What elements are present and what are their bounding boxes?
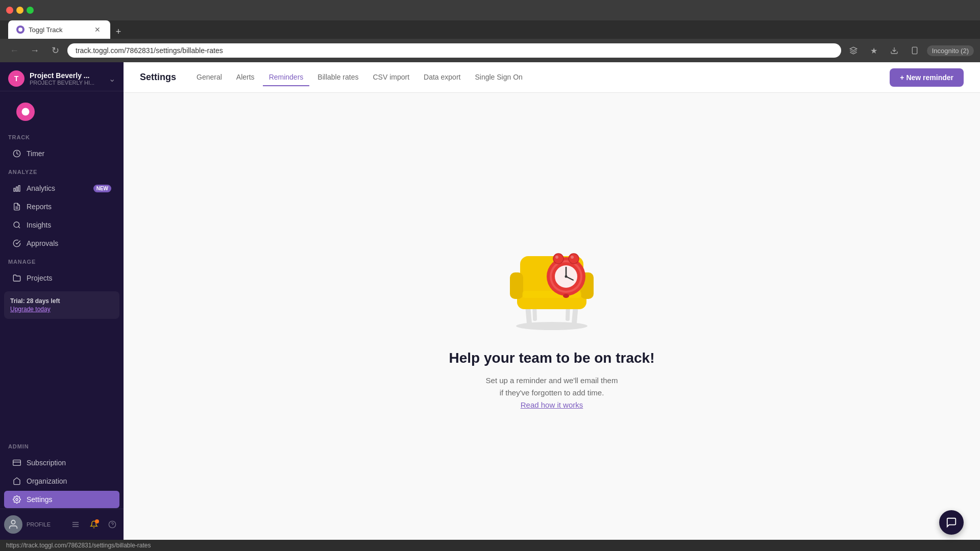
browser-maximize-btn[interactable] [27, 7, 34, 14]
insights-icon [12, 220, 21, 230]
sidebar-item-projects[interactable]: Projects [4, 269, 119, 287]
tab-billable-rates[interactable]: Billable rates [311, 69, 364, 86]
admin-section: ADMIN [0, 437, 124, 454]
tab-favicon [16, 26, 24, 34]
profile-label: PROFILE [27, 521, 51, 528]
browser-close-btn[interactable] [6, 7, 13, 14]
new-tab-btn[interactable]: + [111, 24, 126, 39]
sidebar-item-organization[interactable]: Organization [4, 472, 119, 490]
collapse-sidebar-icon[interactable] [68, 517, 83, 532]
status-bar: https://track.toggl.com/7862831/settings… [0, 540, 980, 551]
toggl-home-icon[interactable] [16, 103, 35, 121]
svg-rect-1 [912, 47, 917, 54]
main-content: Settings General Alerts Reminders Billab… [124, 62, 980, 540]
sidebar-item-reports[interactable]: Reports [4, 198, 119, 215]
tab-data-export[interactable]: Data export [418, 69, 467, 86]
address-text: track.toggl.com/7862831/settings/billabl… [76, 46, 223, 55]
back-btn[interactable]: ← [6, 42, 22, 59]
sidebar-item-subscription[interactable]: Subscription [4, 454, 119, 471]
svg-point-12 [16, 498, 18, 500]
svg-point-35 [571, 256, 574, 259]
help-icon[interactable] [105, 517, 119, 532]
analyze-section-label: ANALYZE [8, 169, 115, 175]
tab-close-btn[interactable]: ✕ [93, 25, 102, 34]
admin-section-label: ADMIN [8, 443, 115, 449]
svg-rect-10 [13, 460, 21, 466]
browser-window-controls [6, 7, 34, 14]
sidebar-item-approvals[interactable]: Approvals [4, 235, 119, 252]
avatar[interactable] [4, 515, 22, 534]
svg-point-9 [14, 222, 19, 228]
tab-csv-import[interactable]: CSV import [366, 69, 415, 86]
sidebar-footer: PROFILE [0, 509, 124, 540]
workspace-sub: PROJECT BEVERLY HI... [30, 80, 104, 86]
settings-label: Settings [27, 495, 111, 504]
svg-point-31 [565, 276, 568, 278]
bookmark-icon[interactable]: ★ [866, 42, 882, 59]
reports-icon [12, 202, 21, 211]
settings-icon [12, 495, 21, 504]
tab-general[interactable]: General [190, 69, 228, 86]
tab-alerts[interactable]: Alerts [230, 69, 261, 86]
analytics-icon [12, 184, 21, 193]
tab-title: Toggl Track [29, 26, 89, 34]
empty-state: Help your team to be on track! Set up a … [124, 93, 980, 540]
projects-label: Projects [27, 274, 111, 282]
insights-label: Insights [27, 221, 111, 229]
notifications-icon[interactable] [87, 517, 101, 532]
upgrade-link[interactable]: Upgrade today [10, 306, 113, 313]
chat-widget[interactable] [939, 510, 964, 535]
workspace-chevron-icon[interactable]: ⌄ [109, 74, 115, 84]
trial-text: Trial: 28 days left [10, 297, 113, 305]
reports-label: Reports [27, 203, 111, 211]
sidebar-item-timer[interactable]: Timer [4, 145, 119, 162]
track-section: TRACK [0, 128, 124, 144]
sidebar-workspace: Project Beverly ... PROJECT BEVERLY HI..… [30, 71, 104, 86]
sidebar-item-analytics[interactable]: Analytics New [4, 180, 119, 197]
svg-point-13 [11, 520, 15, 524]
browser-chrome: Toggl Track ✕ + ← → ↻ track.toggl.com/78… [0, 0, 980, 62]
empty-state-line1: Set up a reminder and we'll email them [486, 376, 618, 385]
svg-point-0 [18, 28, 22, 32]
svg-point-32 [553, 254, 564, 264]
tab-reminders[interactable]: Reminders [263, 69, 310, 86]
svg-point-33 [569, 254, 579, 264]
svg-point-36 [563, 294, 569, 298]
svg-point-34 [555, 256, 558, 259]
page-title: Settings [140, 72, 176, 83]
svg-rect-6 [18, 186, 20, 191]
subscription-label: Subscription [27, 459, 111, 467]
device-icon[interactable] [906, 42, 923, 59]
projects-icon [12, 273, 21, 283]
forward-btn[interactable]: → [27, 42, 43, 59]
workspace-name: Project Beverly ... [30, 71, 104, 80]
tab-single-sign-on[interactable]: Single Sign On [469, 69, 528, 86]
address-bar[interactable]: track.toggl.com/7862831/settings/billabl… [67, 43, 841, 58]
timer-icon [12, 149, 21, 158]
analytics-new-badge: New [93, 185, 111, 192]
browser-active-tab[interactable]: Toggl Track ✕ [8, 20, 110, 39]
svg-rect-4 [14, 188, 15, 191]
reload-btn[interactable]: ↻ [47, 42, 63, 59]
approvals-icon [12, 239, 21, 248]
empty-state-subtitle: Set up a reminder and we'll email them i… [486, 374, 618, 411]
empty-state-line2: if they've forgotten to add time. [500, 388, 604, 397]
read-how-link[interactable]: Read how it works [521, 400, 583, 409]
approvals-label: Approvals [27, 239, 111, 247]
browser-titlebar [0, 0, 980, 20]
new-reminder-button[interactable]: + New reminder [890, 68, 964, 87]
app-container: T Project Beverly ... PROJECT BEVERLY HI… [0, 62, 980, 540]
organization-icon [12, 477, 21, 486]
toolbar-actions: ★ Incognito (2) [845, 42, 974, 59]
browser-toolbar: ← → ↻ track.toggl.com/7862831/settings/b… [0, 39, 980, 62]
sidebar-item-settings[interactable]: Settings [4, 491, 119, 508]
sidebar-header: T Project Beverly ... PROJECT BEVERLY HI… [0, 62, 124, 91]
trial-banner: Trial: 28 days left Upgrade today [4, 291, 119, 319]
incognito-badge[interactable]: Incognito (2) [927, 45, 974, 56]
manage-section: MANAGE [0, 253, 124, 269]
download-icon[interactable] [886, 42, 902, 59]
status-url: https://track.toggl.com/7862831/settings… [6, 542, 151, 549]
extensions-icon[interactable] [845, 42, 862, 59]
sidebar-item-insights[interactable]: Insights [4, 216, 119, 234]
browser-minimize-btn[interactable] [16, 7, 23, 14]
